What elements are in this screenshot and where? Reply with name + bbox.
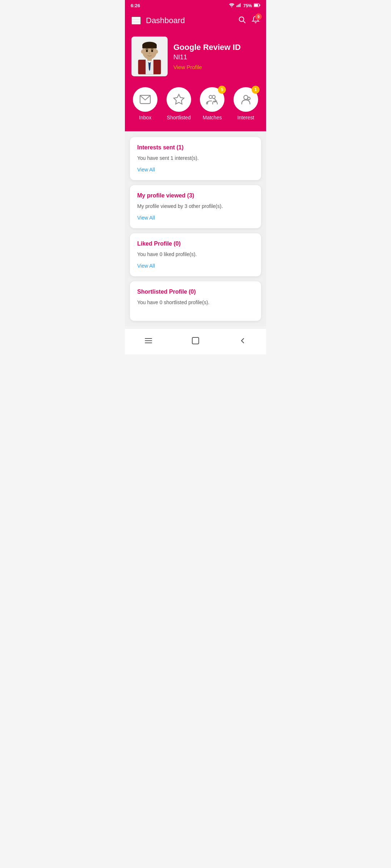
- page-title: Dashboard: [146, 16, 238, 25]
- shortlisted-profile-desc: You have 0 shortlisted profile(s).: [137, 299, 254, 306]
- svg-point-20: [151, 50, 153, 52]
- svg-point-23: [155, 50, 158, 54]
- interests-sent-title: Interests sent (1): [137, 144, 254, 151]
- interests-sent-desc: You have sent 1 interest(s).: [137, 154, 254, 162]
- matches-icon-circle: 5: [200, 87, 224, 112]
- action-matches[interactable]: 5 Matches: [200, 87, 224, 120]
- liked-profile-view-all[interactable]: View All: [137, 263, 155, 269]
- status-time: 6:26: [131, 3, 140, 8]
- quick-actions: Inbox Shortlisted 5 Matches: [125, 87, 266, 131]
- svg-point-26: [209, 95, 213, 99]
- status-right: 75%: [229, 3, 260, 8]
- profile-id: NI11: [173, 54, 241, 61]
- svg-rect-1: [236, 5, 237, 7]
- liked-profile-card: Liked Profile (0) You have 0 liked profi…: [130, 233, 261, 276]
- header: Dashboard 9: [125, 10, 266, 31]
- interests-sent-card: Interests sent (1) You have sent 1 inter…: [130, 137, 261, 180]
- notification-button[interactable]: 9: [252, 16, 260, 26]
- shortlisted-icon-circle: [167, 87, 191, 112]
- cards-section: Interests sent (1) You have sent 1 inter…: [125, 131, 266, 327]
- action-inbox[interactable]: Inbox: [133, 87, 157, 120]
- status-bar: 6:26 75%: [125, 0, 266, 10]
- inbox-icon-circle: [133, 87, 157, 112]
- matches-badge: 5: [218, 86, 226, 94]
- profile-viewed-title: My profile viewed (3): [137, 192, 254, 199]
- avatar: [131, 37, 168, 76]
- svg-point-19: [146, 50, 148, 52]
- hamburger-button[interactable]: [131, 17, 141, 25]
- svg-point-22: [141, 50, 144, 54]
- svg-point-0: [231, 7, 232, 7]
- profile-name: Google Review ID: [173, 43, 241, 52]
- interest-icon-circle: 1: [234, 87, 258, 112]
- nav-recent-button[interactable]: [141, 333, 156, 348]
- svg-rect-18: [142, 45, 157, 48]
- profile-viewed-card: My profile viewed (3) My profile viewed …: [130, 185, 261, 228]
- interests-sent-view-all[interactable]: View All: [137, 167, 155, 173]
- view-profile-link[interactable]: View Profile: [173, 64, 202, 70]
- header-icons: 9: [238, 16, 260, 26]
- nav-back-button[interactable]: [235, 333, 250, 348]
- shortlisted-label: Shortlisted: [167, 115, 191, 120]
- battery-percentage: 75%: [243, 3, 252, 8]
- svg-line-9: [243, 21, 245, 23]
- profile-viewed-view-all[interactable]: View All: [137, 215, 155, 221]
- battery-icon: [254, 3, 260, 8]
- liked-profile-desc: You have 0 liked profile(s).: [137, 251, 254, 258]
- action-shortlisted[interactable]: Shortlisted: [167, 87, 191, 120]
- svg-rect-7: [259, 4, 260, 6]
- action-interest[interactable]: 1 Interest: [234, 87, 258, 120]
- signal-icon: [236, 3, 241, 8]
- liked-profile-title: Liked Profile (0): [137, 241, 254, 247]
- profile-info: Google Review ID NI11 View Profile: [173, 43, 241, 71]
- shortlisted-profile-title: Shortlisted Profile (0): [137, 289, 254, 295]
- svg-marker-25: [174, 94, 184, 104]
- profile-viewed-desc: My profile viewed by 3 other profile(s).: [137, 203, 254, 210]
- hamburger-line-1: [132, 17, 140, 18]
- wifi-icon: [229, 3, 235, 8]
- interest-label: Interest: [237, 115, 254, 120]
- shortlisted-profile-card: Shortlisted Profile (0) You have 0 short…: [130, 281, 261, 321]
- matches-label: Matches: [203, 115, 222, 120]
- svg-point-21: [149, 52, 151, 54]
- profile-section: Google Review ID NI11 View Profile: [125, 31, 266, 87]
- bottom-nav: [125, 328, 266, 354]
- svg-rect-3: [239, 4, 239, 7]
- svg-rect-2: [237, 5, 238, 7]
- inbox-label: Inbox: [139, 115, 151, 120]
- svg-rect-4: [240, 3, 240, 7]
- svg-rect-6: [254, 4, 258, 7]
- search-button[interactable]: [238, 16, 246, 26]
- svg-rect-34: [192, 337, 199, 344]
- notification-badge: 9: [255, 13, 262, 20]
- svg-point-30: [248, 97, 250, 100]
- svg-point-29: [244, 95, 248, 99]
- hamburger-line-2: [132, 20, 140, 21]
- nav-home-button[interactable]: [188, 333, 203, 348]
- svg-point-27: [212, 95, 215, 99]
- hamburger-line-3: [132, 23, 140, 24]
- interest-badge: 1: [252, 86, 260, 94]
